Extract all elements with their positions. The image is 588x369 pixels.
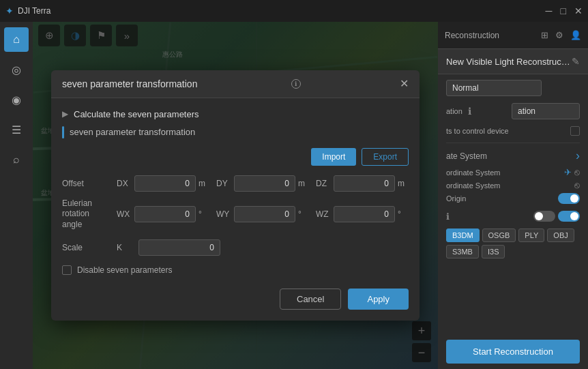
wy-key: WY [216,209,231,219]
wx-input[interactable] [134,206,196,222]
toggle-row [452,211,580,222]
modal-info-icon[interactable]: ℹ [291,79,301,89]
disable-row: Disable seven parameters [62,265,409,275]
dx-key: DX [117,179,132,188]
section-header[interactable]: ▶ Calculate the seven parameters [62,109,409,119]
dx-group: DX m [117,175,209,192]
coord-system-row: ate System › [446,149,580,163]
sidebar-item-menu[interactable]: ☰ [4,117,29,142]
right-panel-content: Normal Low High Ultra ation ℹ ation ts t… [438,74,588,334]
wz-group: WZ ° [316,206,409,222]
coord-row1-label: ordinate System [446,168,500,177]
origin-row: Origin [446,193,580,204]
dz-key: DZ [316,179,331,188]
dji-logo: ✦ [5,5,14,16]
export-button[interactable]: Export [362,148,409,166]
start-reconstruction-button[interactable]: Start Reconstruction [446,340,580,364]
dz-unit: m [398,179,407,188]
format-osgb[interactable]: OSGB [482,228,516,242]
apply-button[interactable]: Apply [348,289,409,310]
section-subtitle-bar: seven parameter transformation [62,126,409,138]
maximize-button[interactable]: □ [561,5,566,16]
format-s3mb[interactable]: S3MB [446,245,479,259]
format-obj[interactable]: OBJ [547,228,574,242]
params-grid: Offset DX m DY m [62,175,409,231]
settings-icon[interactable]: ⚙ [555,30,563,40]
sidebar-item-home[interactable]: ⌂ [4,27,29,52]
sidebar-item-compass[interactable]: ◎ [4,57,29,82]
dz-input[interactable] [334,175,395,192]
wy-input[interactable] [234,206,295,222]
nodes-icon[interactable]: ⊞ [541,30,548,40]
wz-input[interactable] [334,206,395,222]
wx-key: WX [117,209,132,219]
wz-key: WZ [316,209,331,219]
coord-section: ate System › ordinate System ✈ ⎋ ordinat… [446,143,580,204]
dy-input[interactable] [234,175,295,192]
seven-param-modal: seven parameter transformation ℹ ✕ ▶ Cal… [51,70,420,321]
info-icon-small: ℹ [446,211,450,222]
import-button[interactable]: Import [311,148,356,166]
blue-bar-decoration [62,126,64,138]
expand-icon[interactable]: › [576,149,580,163]
dx-unit: m [199,179,208,188]
quality-row: Normal Low High Ultra [446,80,580,96]
method-info-icon[interactable]: ℹ [468,106,471,117]
dy-key: DY [216,179,231,188]
share-icon[interactable]: ⎋ [574,167,580,177]
k-key: K [117,243,132,252]
quality-select[interactable]: Normal Low High Ultra [446,80,542,96]
close-button[interactable]: ✕ [574,5,583,16]
minimize-button[interactable]: ─ [546,5,553,16]
titlebar: ✦ DJI Terra ─ □ ✕ [0,0,588,22]
info-row: ℹ [446,211,580,222]
offset-label: Offset [62,179,110,188]
coord-row-2: ordinate System ⎋ [446,180,580,190]
dz-group: DZ m [316,175,409,192]
edit-icon[interactable]: ✎ [572,56,580,67]
method-select[interactable]: ation [512,103,580,119]
sidebar-item-search[interactable]: ⌕ [4,147,29,172]
disable-label: Disable seven parameters [77,265,172,275]
dx-input[interactable] [134,175,196,192]
dy-group: DY m [216,175,309,192]
coord2-share-icon[interactable]: ⎋ [574,180,580,190]
method-row: ation ℹ ation [446,103,580,119]
toggle-2[interactable] [558,211,580,222]
origin-toggle[interactable] [558,193,580,204]
wy-unit: ° [298,209,308,219]
disable-checkbox[interactable] [62,265,72,275]
right-panel-title: New Visible Light Reconstructio... [446,57,572,67]
format-i3s[interactable]: I3S [482,245,505,259]
coord-label: ate System [446,151,487,161]
scale-row: Scale K [62,239,409,256]
titlebar-left: ✦ DJI Terra [5,5,50,16]
section-subtitle: seven parameter transformation [70,127,195,137]
user-icon[interactable]: 👤 [570,30,581,40]
wx-unit: ° [199,209,208,219]
import-export-row: Import Export [62,148,409,166]
k-input[interactable] [138,239,220,256]
control-device-row: ts to control device [446,126,580,136]
toggle-1[interactable] [533,211,555,222]
modal-close-button[interactable]: ✕ [400,78,409,89]
drone-icon: ✈ [564,167,572,177]
sidebar-item-location[interactable]: ◉ [4,87,29,112]
section-arrow-icon: ▶ [62,109,68,119]
control-device-checkbox[interactable] [570,126,580,136]
reconstruction-nav-label: Reconstruction [445,31,499,40]
format-ply[interactable]: PLY [518,228,544,242]
coord-row2-label: ordinate System [446,181,500,190]
format-b3dm[interactable]: B3DM [446,228,480,242]
modal-overlay: seven parameter transformation ℹ ✕ ▶ Cal… [33,22,438,369]
wy-group: WY ° [216,206,309,222]
right-panel-header: New Visible Light Reconstructio... ✎ [438,49,588,74]
euler-row: Eulerian rotation angle WX ° WY ° [62,198,409,231]
euler-label: Eulerian rotation angle [62,198,110,231]
section-title: Calculate the seven parameters [74,109,199,119]
nav-icons: ⊞ ⚙ 👤 [541,30,581,40]
origin-label: Origin [446,194,466,203]
method-label: ation [446,107,462,115]
cancel-button[interactable]: Cancel [280,289,341,310]
modal-footer: Cancel Apply [62,286,409,310]
